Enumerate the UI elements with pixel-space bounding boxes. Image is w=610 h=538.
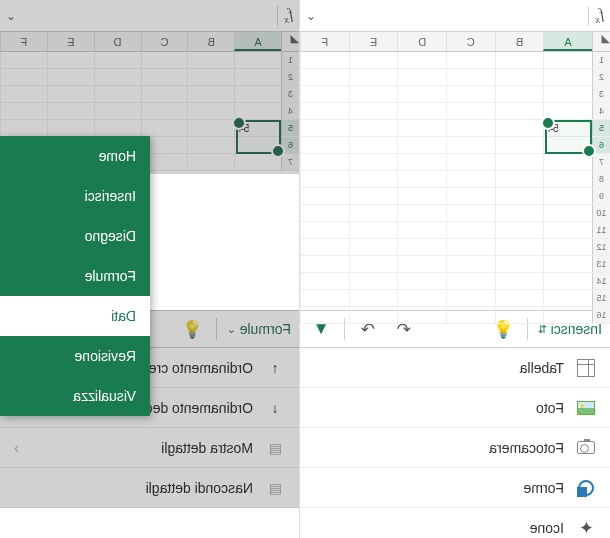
col-header[interactable]: C <box>446 32 495 51</box>
list-item-tabella[interactable]: Tabella <box>300 348 610 388</box>
right-pane: fx ⌄ ◢ A B C D E F 1 2 3 4 554 6 7 8 9 1… <box>300 0 610 538</box>
chevron-updown-icon: ⇅ <box>538 323 547 336</box>
menu-item-revisione[interactable]: Revisione <box>0 336 150 376</box>
shapes-icon <box>576 478 596 498</box>
formula-input[interactable] <box>322 6 582 26</box>
chevron-down-icon[interactable]: ⌄ <box>306 9 316 23</box>
camera-icon <box>576 438 596 458</box>
select-all-corner[interactable]: ◢ <box>592 32 610 51</box>
menu-item-dati[interactable]: Dati <box>0 296 150 336</box>
left-pane: fx ⌄ ◢ A B C D E F 1 2 3 4 554 6 7 <box>0 0 300 538</box>
icons-icon: ✦ <box>576 518 596 538</box>
table-icon <box>576 358 596 378</box>
list-item-icone[interactable]: ✦ Icone <box>300 508 610 538</box>
fx-icon[interactable]: fx <box>595 6 604 25</box>
cell-selection[interactable] <box>545 120 592 154</box>
col-header[interactable]: E <box>349 32 398 51</box>
ribbon-dropdown-menu: Home Inserisci Disegno Formule Dati Revi… <box>0 136 150 416</box>
formula-bar: fx ⌄ <box>300 0 610 32</box>
col-header[interactable]: F <box>300 32 349 51</box>
insert-list: Tabella Foto Fotocamera Forme ✦ Icone <box>300 348 610 538</box>
menu-item-formule[interactable]: Formule <box>0 256 150 296</box>
list-item-fotocamera[interactable]: Fotocamera <box>300 428 610 468</box>
col-header[interactable]: D <box>397 32 446 51</box>
col-header[interactable]: A <box>543 32 592 51</box>
menu-item-disegno[interactable]: Disegno <box>0 216 150 256</box>
menu-item-visualizza[interactable]: Visualizza <box>0 376 150 416</box>
photo-icon <box>576 398 596 418</box>
list-item-foto[interactable]: Foto <box>300 388 610 428</box>
list-item-forme[interactable]: Forme <box>300 468 610 508</box>
menu-item-home[interactable]: Home <box>0 136 150 176</box>
spreadsheet-grid[interactable]: 1 2 3 4 554 6 7 8 9 10 11 12 13 14 15 16 <box>300 52 610 310</box>
menu-item-inserisci[interactable]: Inserisci <box>0 176 150 216</box>
column-headers: ◢ A B C D E F <box>300 32 610 52</box>
col-header[interactable]: B <box>495 32 544 51</box>
